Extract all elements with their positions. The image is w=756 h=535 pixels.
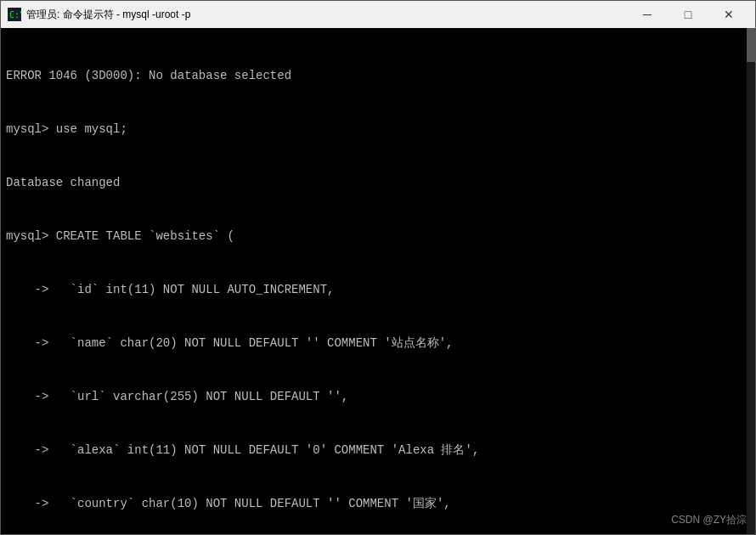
watermark: CSDN @ZY拾淙	[671, 513, 747, 527]
maximize-button[interactable]: □	[669, 3, 708, 25]
terminal-line-1: mysql> use mysql;	[6, 121, 750, 138]
scrollbar-right[interactable]	[747, 28, 755, 534]
title-bar-controls: ─ □ ✕	[628, 3, 748, 25]
terminal-line-3: mysql> CREATE TABLE `websites` (	[6, 228, 750, 245]
svg-text:C:\: C:\	[9, 10, 21, 20]
close-button[interactable]: ✕	[709, 3, 748, 25]
terminal-line-5: -> `name` char(20) NOT NULL DEFAULT '' C…	[6, 335, 750, 352]
terminal-line-2: Database changed	[6, 174, 750, 192]
terminal-line-7: -> `alexa` int(11) NOT NULL DEFAULT '0' …	[6, 442, 750, 459]
terminal-line-8: -> `country` char(10) NOT NULL DEFAULT '…	[6, 495, 750, 513]
terminal-line-0: ERROR 1046 (3D000): No database selected	[6, 67, 750, 85]
minimize-button[interactable]: ─	[628, 3, 667, 25]
terminal-content: ERROR 1046 (3D000): No database selected…	[6, 31, 750, 534]
window: C:\ 管理员: 命令提示符 - mysql -uroot -p ─ □ ✕ E…	[0, 0, 756, 535]
terminal-body: ERROR 1046 (3D000): No database selected…	[1, 28, 755, 534]
terminal-line-6: -> `url` varchar(255) NOT NULL DEFAULT '…	[6, 388, 750, 406]
title-bar: C:\ 管理员: 命令提示符 - mysql -uroot -p ─ □ ✕	[1, 1, 755, 28]
terminal-icon: C:\	[8, 8, 21, 21]
window-title: 管理员: 命令提示符 - mysql -uroot -p	[26, 8, 190, 22]
terminal-line-4: -> `id` int(11) NOT NULL AUTO_INCREMENT,	[6, 281, 750, 299]
scrollbar-thumb[interactable]	[747, 28, 755, 62]
title-bar-left: C:\ 管理员: 命令提示符 - mysql -uroot -p	[8, 8, 190, 22]
